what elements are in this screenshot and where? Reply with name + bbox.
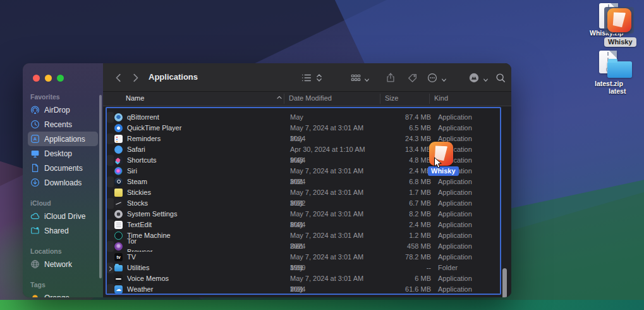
sidebar-item-orange[interactable]: Orange (28, 290, 98, 297)
table-row[interactable]: StickiesMay 7, 2024 at 3:01 AM1.7 MBAppl… (107, 187, 500, 198)
forward-button[interactable] (130, 72, 141, 84)
file-name: Utilities (127, 263, 149, 273)
tv-icon (114, 253, 123, 261)
kind-cell: Application (438, 273, 472, 284)
sidebar-item-desktop[interactable]: Desktop (28, 146, 98, 161)
sidebar-section-title: Favorites (28, 91, 98, 102)
file-name-cell: Utilities (114, 263, 149, 273)
file-name-cell: TextEdit (114, 220, 152, 230)
latest-folder-label[interactable]: latest (609, 87, 626, 95)
table-row[interactable]: QuickTime PlayerMay 7, 2024 at 3:01 AM6.… (107, 123, 500, 133)
kind-cell: Application (438, 209, 472, 220)
siri-icon (114, 167, 123, 175)
minimize-window-button[interactable] (45, 75, 52, 82)
disclosure-chevron-icon[interactable] (107, 264, 114, 271)
quicktime-icon (114, 124, 123, 132)
stocks-icon (114, 199, 123, 208)
table-row[interactable]: Time MachineMay 7, 2024 at 3:01 AM1.2 MB… (107, 230, 500, 241)
chevron-down-icon[interactable] (363, 75, 370, 82)
table-row[interactable]: Tor BrowserDec 31, 1999 at 7:01 PM458 MB… (107, 241, 114, 252)
file-name: Reminders (127, 133, 161, 144)
column-divider[interactable] (380, 94, 380, 104)
voice-memos-icon (114, 275, 123, 283)
file-name-cell: TV (114, 252, 136, 263)
column-header-size[interactable]: Size (385, 94, 398, 102)
file-name: Safari (127, 144, 145, 155)
column-divider[interactable] (284, 94, 284, 104)
file-name-cell: Steam (114, 177, 147, 187)
sidebar-item-shared[interactable]: Shared (28, 223, 98, 238)
file-name-cell: Safari (114, 144, 145, 155)
file-name: Stickies (127, 187, 151, 198)
table-row[interactable]: WeatherMay 7, 2024 at 3:01 AM61.6 MBAppl… (107, 284, 114, 295)
size-cell: 6.5 MB (372, 123, 431, 133)
table-row[interactable]: UtilitiesMay 7, 2024 at 3:01 AM--Folder (107, 263, 114, 273)
sidebar-item-documents[interactable]: Documents (28, 161, 98, 175)
date-modified-cell: May 7, 2024 at 3:01 AM (290, 123, 363, 133)
column-header-name[interactable]: Name (126, 94, 144, 102)
table-row[interactable]: SteamMar 22, 2022 at 8:41 PM6.8 MBApplic… (107, 177, 114, 187)
whisky-app-label[interactable]: Whisky (604, 37, 636, 47)
close-window-button[interactable] (33, 75, 40, 82)
view-picker-chevrons-icon[interactable] (313, 72, 325, 84)
tag-button[interactable] (407, 72, 418, 84)
file-name: Voice Memos (127, 273, 169, 284)
group-by-icon[interactable] (350, 72, 361, 84)
list-scrollbar[interactable] (502, 268, 507, 297)
column-header-date-modified[interactable]: Date Modified (289, 94, 332, 102)
share-button[interactable] (385, 72, 396, 84)
list-view-icon[interactable] (301, 72, 312, 84)
sidebar-item-recents[interactable]: Recents (28, 117, 98, 132)
file-name-cell: Stickies (114, 187, 151, 198)
sidebar-item-label: iCloud Drive (44, 212, 85, 221)
table-row[interactable]: StocksMay 7, 2024 at 3:01 AM6.7 MBApplic… (107, 198, 114, 209)
sidebar-item-airdrop[interactable]: AirDrop (28, 102, 98, 117)
back-button[interactable] (113, 72, 125, 84)
column-header-kind[interactable]: Kind (434, 94, 448, 102)
svg-text:A: A (33, 136, 37, 142)
size-cell: 2.4 MB (372, 166, 431, 177)
account-badge-icon[interactable] (468, 72, 480, 84)
zoom-window-button[interactable] (57, 75, 64, 82)
file-name-cell: QuickTime Player (114, 123, 181, 133)
size-cell: 1.7 MB (372, 187, 431, 198)
table-row[interactable]: TVMay 7, 2024 at 3:01 AM78.2 MBApplicati… (107, 252, 500, 263)
chevron-down-icon[interactable] (440, 75, 447, 82)
sort-ascending-icon[interactable] (276, 94, 283, 101)
sidebar-item-downloads[interactable]: Downloads (28, 175, 98, 190)
sidebar-item-label: Orange (44, 294, 70, 298)
sidebar-section: FavoritesAirDropRecentsAApplicationsDesk… (28, 91, 98, 190)
size-cell: 458 MB (372, 241, 431, 252)
latest-folder-icon[interactable] (607, 61, 632, 78)
table-row[interactable]: System SettingsMay 7, 2024 at 3:01 AM8.2… (107, 209, 500, 220)
kind-cell: Application (438, 112, 472, 123)
sidebar-item-applications[interactable]: AApplications (28, 132, 98, 146)
search-icon[interactable] (495, 72, 506, 84)
sidebar-section: LocationsNetwork (28, 245, 98, 271)
shortcuts-icon (114, 156, 123, 164)
file-list-pane: qBittorrentMay 26, 2024 at 9:43 AM87.4 M… (103, 106, 511, 297)
more-options-button[interactable] (427, 72, 438, 84)
table-row[interactable]: TextEditMay 7, 2024 at 3:01 AM2.4 MBAppl… (107, 220, 114, 230)
latest-zip-label[interactable]: latest.zip (595, 80, 623, 87)
file-name-cell: Siri (114, 166, 137, 177)
file-name: Steam (127, 177, 147, 187)
table-row[interactable]: Voice MemosMay 7, 2024 at 3:01 AM6 MBApp… (107, 273, 500, 284)
table-row[interactable]: RemindersMay 7, 2024 at 3:01 AM24.3 MBAp… (107, 133, 114, 144)
size-cell: 6.8 MB (372, 177, 431, 187)
sidebar-item-network[interactable]: Network (28, 257, 98, 271)
sidebar-item-label: Shared (44, 226, 69, 235)
column-divider[interactable] (429, 94, 430, 104)
date-modified-cell: May 7, 2024 at 3:01 AM (290, 284, 305, 297)
sidebar-item-icloud-drive[interactable]: iCloud Drive (28, 209, 98, 223)
file-name-cell: qBittorrent (114, 112, 159, 123)
whisky-glass-glyph (612, 11, 626, 28)
sidebar-scrollbar[interactable] (99, 95, 102, 278)
kind-cell: Application (438, 187, 472, 198)
downloads-icon (30, 178, 40, 187)
table-row[interactable]: qBittorrentMay 26, 2024 at 9:43 AM87.4 M… (107, 112, 114, 123)
table-row[interactable]: ShortcutsMay 7, 2024 at 3:01 AM4.8 MBApp… (107, 155, 114, 166)
chevron-down-icon[interactable] (482, 75, 489, 82)
whisky-app-icon[interactable] (607, 8, 631, 32)
kind-cell: Application (438, 123, 472, 133)
